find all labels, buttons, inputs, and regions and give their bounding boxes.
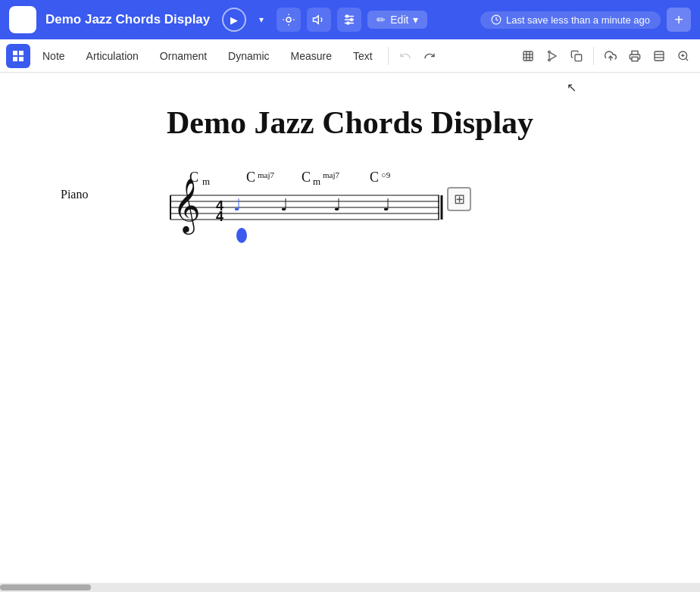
plus-icon: + <box>674 11 683 29</box>
redo-button[interactable] <box>419 45 440 67</box>
play-dropdown[interactable]: ▾ <box>252 8 270 32</box>
frame-icon[interactable] <box>517 45 539 67</box>
svg-point-4 <box>286 17 291 22</box>
svg-text:♩: ♩ <box>233 195 241 214</box>
tab-note[interactable]: Note <box>33 47 74 65</box>
divider2 <box>593 47 594 65</box>
tab-ornament[interactable]: Ornament <box>151 47 216 65</box>
svg-rect-15 <box>13 57 17 61</box>
svg-text:m: m <box>313 176 320 187</box>
svg-text:♩: ♩ <box>280 195 288 214</box>
clock-icon <box>491 14 502 25</box>
instrument-label: Piano <box>61 188 88 201</box>
svg-point-9 <box>346 15 348 17</box>
save-status: Last save less than a minute ago <box>480 11 661 29</box>
edit-dropdown-icon: ▾ <box>413 14 418 26</box>
svg-text:♩: ♩ <box>383 195 390 214</box>
cut-icon[interactable] <box>542 45 563 67</box>
svg-text:○9: ○9 <box>381 171 391 179</box>
toolbar-grid-icon[interactable] <box>6 44 30 68</box>
horizontal-scrollbar[interactable] <box>0 583 700 592</box>
svg-line-34 <box>686 58 688 61</box>
cursor-indicator: ↖ <box>567 80 577 95</box>
tab-dynamic[interactable]: Dynamic <box>219 47 278 65</box>
logo-icon[interactable] <box>9 6 36 33</box>
edit-button[interactable]: ✏ Edit ▾ <box>367 11 427 29</box>
tab-text[interactable]: Text <box>344 47 382 65</box>
svg-rect-3 <box>24 21 29 26</box>
mixer-button[interactable] <box>337 8 361 32</box>
scrollbar-thumb[interactable] <box>0 584 91 590</box>
svg-line-24 <box>550 52 556 55</box>
add-measure-icon: ⊞ <box>454 191 465 207</box>
svg-rect-14 <box>19 51 23 55</box>
layout-icon[interactable] <box>648 45 670 67</box>
svg-rect-2 <box>17 21 21 26</box>
svg-marker-5 <box>314 16 319 24</box>
svg-text:4: 4 <box>216 209 223 224</box>
tab-measure[interactable]: Measure <box>282 47 341 65</box>
svg-point-11 <box>347 22 349 24</box>
svg-text:C: C <box>302 171 311 185</box>
play-button[interactable]: ▶ <box>222 8 246 32</box>
svg-rect-0 <box>17 14 21 18</box>
tab-articulation[interactable]: Articulation <box>77 47 148 65</box>
play-icon: ▶ <box>230 14 238 26</box>
svg-line-25 <box>550 56 556 59</box>
svg-point-22 <box>548 59 551 61</box>
undo-button[interactable] <box>395 45 416 67</box>
add-measure-button[interactable]: ⊞ <box>447 187 471 211</box>
svg-point-10 <box>351 19 353 21</box>
svg-text:♩: ♩ <box>333 195 341 214</box>
upload-icon[interactable] <box>600 45 621 67</box>
svg-rect-30 <box>655 51 664 61</box>
print-icon[interactable] <box>624 45 645 67</box>
staff-notation: C m C maj7 C m maj7 C ○9 𝄞 <box>129 171 538 247</box>
edit-icon: ✏ <box>377 14 386 26</box>
svg-text:𝄞: 𝄞 <box>173 179 201 235</box>
score-title: Demo Jazz Chords Display <box>0 104 700 141</box>
add-button[interactable]: + <box>667 8 691 32</box>
copy-icon[interactable] <box>566 45 587 67</box>
zoom-icon[interactable] <box>673 45 694 67</box>
toolbar: Note Articulation Ornament Dynamic Measu… <box>0 39 700 73</box>
topbar: Demo Jazz Chords Display ▶ ▾ ✏ Edit ▾ La… <box>0 0 700 39</box>
svg-point-23 <box>548 51 551 53</box>
svg-rect-27 <box>575 55 582 61</box>
chevron-down-icon: ▾ <box>259 14 264 25</box>
svg-rect-29 <box>632 57 638 61</box>
svg-text:C: C <box>246 171 255 185</box>
audio-button[interactable] <box>307 8 331 32</box>
document-title: Demo Jazz Chords Display <box>45 12 210 27</box>
edit-label: Edit <box>390 14 408 26</box>
save-status-text: Last save less than a minute ago <box>506 14 650 26</box>
svg-rect-13 <box>13 51 17 55</box>
svg-text:m: m <box>202 176 210 187</box>
divider <box>388 47 389 65</box>
svg-rect-16 <box>19 57 23 61</box>
tuner-button[interactable] <box>277 8 301 32</box>
svg-text:maj7: maj7 <box>258 171 274 179</box>
svg-rect-1 <box>24 14 29 18</box>
svg-text:maj7: maj7 <box>323 171 339 179</box>
svg-rect-17 <box>523 51 533 61</box>
svg-text:C: C <box>370 171 379 185</box>
score-canvas: Demo Jazz Chords Display Piano C m C maj… <box>0 73 700 592</box>
